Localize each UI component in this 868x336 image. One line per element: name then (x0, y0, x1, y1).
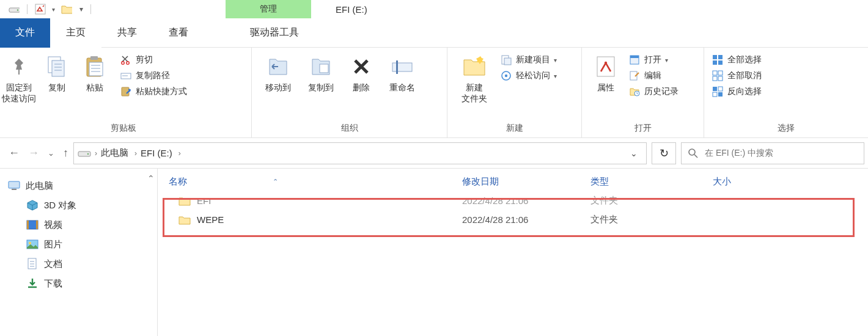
new-group-label: 新建 (452, 120, 576, 137)
new-item-button[interactable]: 新建项目 ▾ (500, 54, 557, 66)
nav-documents[interactable]: 文档 (0, 254, 145, 274)
this-pc-icon (7, 180, 21, 192)
select-all-icon (712, 54, 724, 66)
delete-button[interactable]: 删除 (342, 50, 380, 93)
navigation-bar: ← → ⌄ ↑ › 此电脑› EFI (E:)› ⌄ ↻ 在 EFI (E:) … (0, 138, 868, 169)
nav-pictures[interactable]: 图片 (0, 235, 145, 254)
quick-access-toolbar: ▾ ▾ (0, 4, 92, 15)
new-item-icon (500, 54, 512, 66)
move-to-button[interactable]: 移动到 (257, 50, 300, 93)
svg-rect-41 (713, 87, 717, 91)
document-icon (26, 258, 39, 270)
edit-button[interactable]: 编辑 (628, 70, 679, 82)
video-icon (26, 219, 39, 231)
breadcrumb-this-pc[interactable]: 此电脑› (101, 147, 137, 159)
easy-access-button[interactable]: 轻松访问 ▾ (500, 70, 557, 82)
search-box[interactable]: 在 EFI (E:) 中搜索 (681, 142, 864, 164)
open-button[interactable]: 打开 ▾ (628, 54, 679, 66)
ribbon-group-new: 新建 文件夹 新建项目 ▾ 轻松访问 ▾ 新建 (447, 48, 582, 137)
back-button[interactable]: ← (9, 147, 20, 159)
copy-button[interactable]: 复制 (38, 50, 76, 93)
select-none-label: 全部取消 (727, 70, 762, 81)
recent-locations-button[interactable]: ⌄ (48, 148, 54, 158)
sort-indicator-icon: ⌃ (273, 178, 278, 186)
up-button[interactable]: ↑ (63, 147, 68, 159)
nav-pictures-label: 图片 (44, 239, 62, 250)
easy-access-icon (500, 70, 512, 82)
history-button[interactable]: 历史记录 (628, 86, 679, 98)
properties-qat-icon[interactable] (35, 4, 46, 15)
svg-rect-22 (396, 60, 398, 74)
svg-point-28 (605, 62, 607, 64)
tab-share[interactable]: 共享 (101, 18, 153, 48)
ribbon-group-organize: 移动到 复制到 删除 重命名 组织 (252, 48, 447, 137)
copy-icon (44, 54, 70, 79)
svg-rect-49 (9, 181, 20, 188)
nav-documents-label: 文档 (44, 258, 62, 270)
ribbon: 固定到 快速访问 复制 粘贴 剪切 (0, 48, 868, 138)
sidebar-scroll-up-icon[interactable]: ⌃ (145, 169, 157, 336)
breadcrumb-drive[interactable]: EFI (E:)› (141, 148, 181, 158)
paste-shortcut-button[interactable]: 粘贴快捷方式 (120, 86, 187, 98)
download-icon (26, 277, 39, 290)
properties-button[interactable]: 属性 (587, 50, 625, 93)
open-label: 打开 (644, 54, 661, 65)
new-folder-icon (462, 54, 487, 79)
select-all-button[interactable]: 全部选择 (712, 54, 762, 66)
column-size[interactable]: 大小 (713, 176, 786, 188)
chevron-right-icon[interactable]: › (134, 149, 137, 158)
cut-icon (120, 54, 132, 66)
svg-rect-42 (718, 87, 723, 91)
svg-rect-39 (713, 76, 717, 81)
column-type[interactable]: 类型 (590, 176, 713, 188)
qat-customize-icon[interactable]: ▾ (79, 5, 83, 13)
copy-to-button[interactable]: 复制到 (300, 50, 342, 93)
svg-point-16 (127, 62, 130, 65)
tab-file[interactable]: 文件 (0, 18, 50, 48)
file-modified: 2022/4/28 21:06 (462, 214, 590, 225)
cut-button[interactable]: 剪切 (120, 54, 187, 66)
title-bar: ▾ ▾ 管理 EFI (E:) (0, 0, 868, 18)
properties-label: 属性 (597, 82, 614, 93)
pin-to-quick-access-button[interactable]: 固定到 快速访问 (0, 50, 38, 104)
tab-drive-tools[interactable]: 驱动器工具 (232, 18, 317, 48)
qat-dropdown-icon[interactable]: ▾ (52, 6, 55, 13)
window-title: EFI (E:) (336, 4, 367, 15)
invert-selection-label: 反向选择 (727, 86, 762, 97)
paste-button[interactable]: 粘贴 (76, 50, 114, 93)
column-name[interactable]: 名称 (169, 176, 187, 188)
chevron-right-icon[interactable]: › (178, 149, 181, 158)
nav-this-pc[interactable]: 此电脑 (0, 176, 145, 195)
svg-rect-52 (27, 221, 29, 229)
svg-rect-53 (36, 221, 38, 229)
forward-button[interactable]: → (28, 147, 39, 159)
contextual-tab-manage[interactable]: 管理 (226, 0, 311, 18)
file-row[interactable]: WEPE 2022/4/28 21:06 文件夹 (158, 210, 868, 229)
tab-view[interactable]: 查看 (153, 18, 204, 48)
rename-button[interactable]: 重命名 (380, 50, 424, 93)
open-group-label: 打开 (587, 120, 699, 137)
chevron-right-icon[interactable]: › (95, 149, 97, 158)
nav-downloads[interactable]: 下载 (0, 274, 145, 293)
cut-label: 剪切 (136, 54, 153, 65)
rename-label: 重命名 (389, 82, 415, 93)
copy-path-button[interactable]: 复制路径 (120, 70, 187, 82)
dropdown-icon: ▾ (665, 57, 668, 64)
address-bar[interactable]: › 此电脑› EFI (E:)› ⌄ (73, 142, 647, 164)
nav-videos[interactable]: 视频 (0, 215, 145, 235)
folder-qat-icon[interactable] (61, 4, 72, 15)
picture-icon (26, 238, 39, 250)
svg-rect-43 (713, 92, 717, 97)
tab-home[interactable]: 主页 (50, 18, 101, 48)
nav-3d-objects[interactable]: 3D 对象 (0, 195, 145, 215)
column-modified[interactable]: 修改日期 (462, 176, 590, 188)
file-row[interactable]: EFI 2022/4/28 21:06 文件夹 (158, 191, 868, 210)
svg-point-55 (29, 242, 31, 244)
invert-selection-button[interactable]: 反向选择 (712, 86, 762, 98)
new-folder-button[interactable]: 新建 文件夹 (452, 50, 496, 104)
refresh-button[interactable]: ↻ (652, 142, 676, 164)
select-none-button[interactable]: 全部取消 (712, 70, 762, 82)
address-dropdown-icon[interactable]: ⌄ (625, 148, 642, 158)
organize-group-label: 组织 (257, 120, 442, 137)
copy-path-icon (120, 70, 132, 82)
